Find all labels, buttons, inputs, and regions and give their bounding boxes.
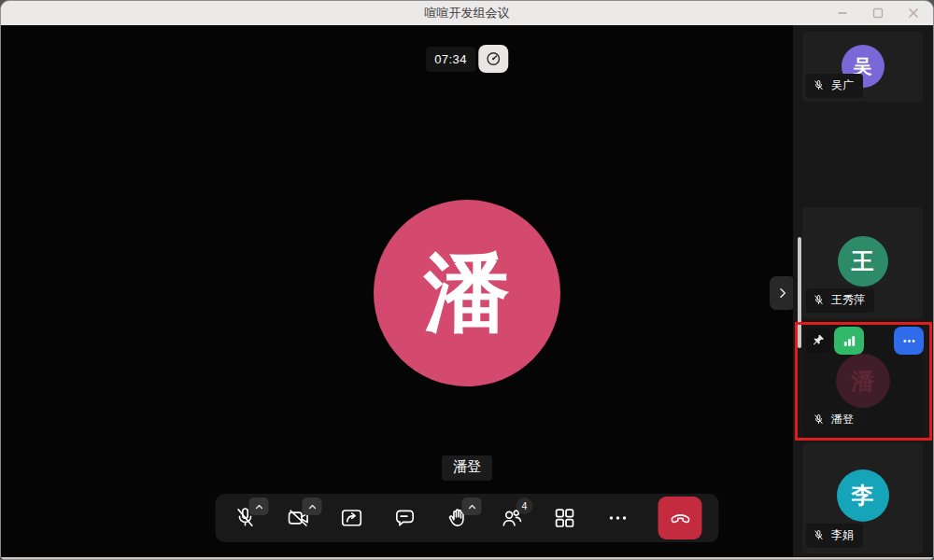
mic-muted-icon xyxy=(813,413,825,426)
participant-name-pill: 潘登 xyxy=(806,408,863,432)
participant-name: 潘登 xyxy=(831,412,854,427)
participant-avatar-dimmed: 潘 xyxy=(836,354,890,408)
mic-muted-icon xyxy=(813,529,825,541)
pin-icon xyxy=(811,333,826,348)
chevron-up-icon xyxy=(465,500,478,513)
hangup-icon xyxy=(668,506,692,530)
grid-view-button[interactable] xyxy=(552,497,578,539)
meeting-window: 喧喧开发组会议 07:34 xyxy=(0,0,934,560)
participant-name-pill: 李娟 xyxy=(806,524,863,548)
participants-sidebar: 吴 吴广 王 王秀萍 xyxy=(793,25,933,557)
meeting-content: 07:34 潘 潘登 xyxy=(1,25,933,557)
participant-initial: 李 xyxy=(852,481,874,511)
participant-avatar: 李 xyxy=(837,469,889,522)
chat-button[interactable] xyxy=(392,497,418,539)
call-health-button[interactable] xyxy=(478,45,508,73)
minimize-button[interactable] xyxy=(836,7,849,20)
chevron-up-icon xyxy=(252,500,265,513)
minimize-icon xyxy=(837,7,848,19)
participant-name: 李娟 xyxy=(831,527,854,543)
speed-gauge-icon xyxy=(485,50,502,67)
participants-button[interactable]: 4 xyxy=(499,497,525,539)
window-controls xyxy=(836,1,920,25)
camera-options-chevron[interactable] xyxy=(303,497,322,515)
participant-avatar: 王 xyxy=(838,236,888,287)
tile-more-options-button[interactable] xyxy=(894,327,924,355)
participant-initial: 潘 xyxy=(851,366,874,397)
meeting-timer: 07:34 xyxy=(426,47,475,72)
participant-tile[interactable]: 李 李娟 xyxy=(802,443,923,553)
signal-bars-icon xyxy=(842,333,857,349)
share-screen-icon xyxy=(340,506,364,530)
sidebar-collapse-button[interactable] xyxy=(770,276,796,310)
participant-name-pill: 吴广 xyxy=(806,74,863,98)
signal-quality-button[interactable] xyxy=(834,327,864,355)
participants-count-badge: 4 xyxy=(517,497,533,514)
mic-muted-icon xyxy=(813,294,825,306)
chevron-right-icon xyxy=(775,286,790,301)
timer-group: 07:34 xyxy=(426,45,508,73)
maximize-button[interactable] xyxy=(871,7,884,20)
active-speaker-name: 潘登 xyxy=(442,455,492,481)
sidebar-scrollbar[interactable] xyxy=(798,237,801,348)
more-options-icon xyxy=(606,506,630,530)
raise-hand-button[interactable] xyxy=(446,497,472,539)
close-button[interactable] xyxy=(907,7,920,20)
chat-icon xyxy=(393,506,417,530)
window-titlebar: 喧喧开发组会议 xyxy=(1,1,933,25)
active-speaker-initial: 潘 xyxy=(424,235,510,351)
participant-tile[interactable]: 王 王秀萍 xyxy=(802,207,923,318)
participant-name: 吴广 xyxy=(831,77,854,93)
participant-name: 王秀萍 xyxy=(831,292,865,308)
pin-button[interactable] xyxy=(806,329,830,353)
more-options-button[interactable] xyxy=(605,497,631,539)
hand-options-chevron[interactable] xyxy=(462,497,482,515)
camera-toggle-button[interactable] xyxy=(286,497,312,539)
mic-muted-icon xyxy=(813,79,825,91)
grid-view-icon xyxy=(553,506,577,530)
meeting-toolbar: 4 xyxy=(216,494,719,542)
maximize-icon xyxy=(872,7,884,19)
participant-tile-selected[interactable]: 潘 潘登 xyxy=(802,325,923,438)
close-icon xyxy=(908,7,919,19)
hangup-button[interactable] xyxy=(658,497,702,539)
participant-name-pill: 王秀萍 xyxy=(806,288,874,313)
share-screen-button[interactable] xyxy=(339,497,365,539)
mic-options-chevron[interactable] xyxy=(249,497,269,515)
more-options-icon xyxy=(901,333,917,349)
participant-tile[interactable]: 吴 吴广 xyxy=(802,32,923,102)
participant-initial: 王 xyxy=(852,246,874,276)
active-speaker-avatar: 潘 xyxy=(374,200,560,386)
chevron-up-icon xyxy=(305,500,318,513)
window-title: 喧喧开发组会议 xyxy=(1,1,933,25)
mic-toggle-button[interactable] xyxy=(233,497,259,539)
